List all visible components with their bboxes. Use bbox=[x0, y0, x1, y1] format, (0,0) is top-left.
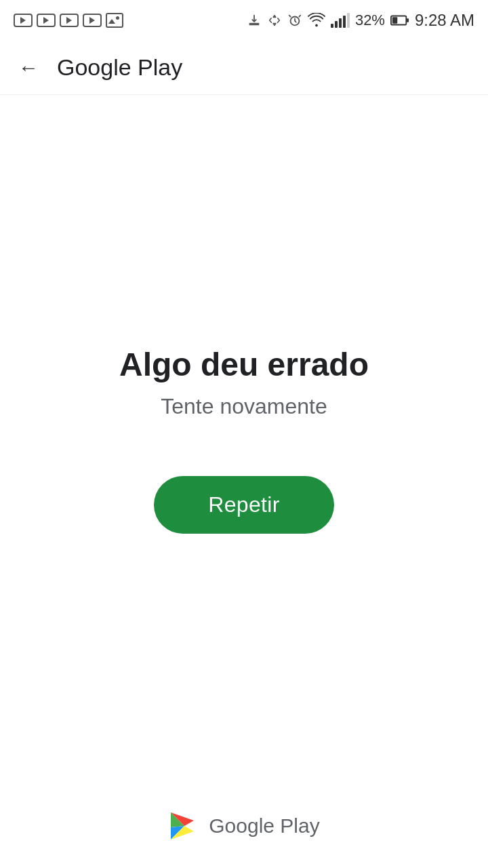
wifi-icon bbox=[308, 13, 325, 28]
footer: Google Play bbox=[0, 784, 488, 868]
clock: 9:28 AM bbox=[415, 11, 474, 30]
back-arrow-icon: ← bbox=[18, 58, 39, 78]
notification-icons bbox=[14, 13, 123, 28]
battery-icon bbox=[390, 14, 409, 26]
status-bar: 32% 9:28 AM bbox=[0, 0, 488, 41]
alarm-icon bbox=[287, 13, 302, 28]
error-subtitle: Tente novamente bbox=[161, 394, 327, 419]
system-icons: 32% 9:28 AM bbox=[247, 11, 474, 30]
back-button[interactable]: ← bbox=[14, 53, 43, 83]
svg-rect-0 bbox=[249, 23, 260, 26]
svg-rect-3 bbox=[392, 17, 397, 23]
main-content: Algo deu errado Tente novamente Repetir bbox=[0, 95, 488, 784]
page-title: Google Play bbox=[57, 54, 182, 81]
error-section: Algo deu errado Tente novamente bbox=[119, 346, 369, 419]
youtube-icon-4 bbox=[83, 14, 102, 27]
download-icon bbox=[247, 13, 262, 28]
youtube-icon-1 bbox=[14, 14, 33, 27]
retry-button[interactable]: Repetir bbox=[154, 476, 333, 534]
image-icon bbox=[106, 13, 123, 28]
youtube-icon-2 bbox=[37, 14, 56, 27]
app-bar: ← Google Play bbox=[0, 41, 488, 95]
signal-bars bbox=[331, 13, 350, 28]
footer-brand-label: Google Play bbox=[209, 814, 319, 837]
svg-rect-4 bbox=[406, 18, 409, 22]
battery-percent: 32% bbox=[355, 12, 385, 29]
youtube-icon-3 bbox=[60, 14, 79, 27]
recycle-icon bbox=[267, 13, 282, 28]
error-title: Algo deu errado bbox=[119, 346, 369, 383]
google-play-logo-icon bbox=[168, 811, 198, 841]
